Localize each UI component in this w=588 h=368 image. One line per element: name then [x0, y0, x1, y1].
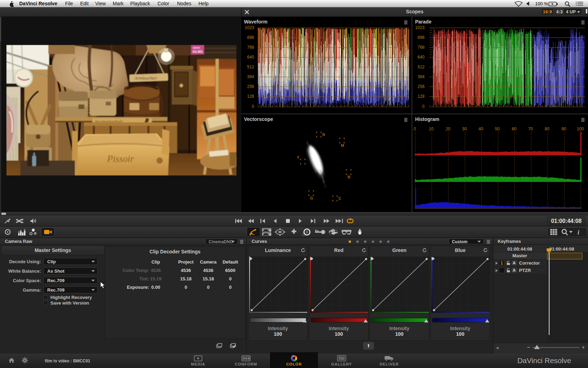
svg-text:100 %: 100 %: [535, 1, 548, 6]
svg-text:R: R: [322, 132, 325, 137]
svg-text:A1.321: A1.321: [192, 50, 203, 53]
svg-text:G: G: [310, 196, 313, 200]
svg-text:Pissoir: Pissoir: [107, 154, 134, 164]
svg-text:M: M: [341, 143, 344, 148]
svg-text:WERK: WERK: [193, 47, 200, 49]
svg-text:i: i: [578, 229, 580, 236]
svg-text:Y: Y: [297, 155, 300, 159]
svg-text:C: C: [338, 196, 341, 200]
svg-text:B: B: [348, 175, 350, 179]
svg-text:Armleuchter: Armleuchter: [134, 75, 158, 81]
